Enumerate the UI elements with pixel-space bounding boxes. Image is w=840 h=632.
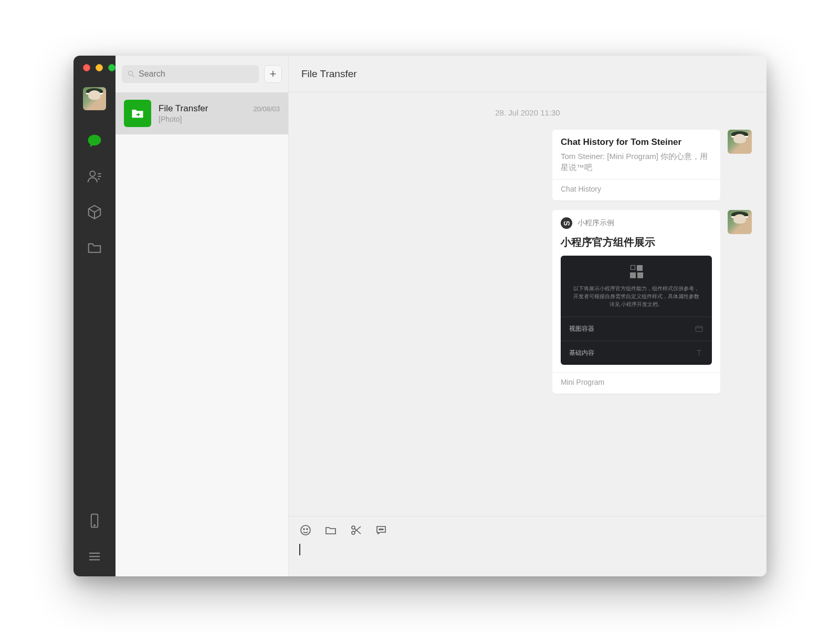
nav-contacts[interactable] [85,167,104,186]
mini-program-row-basic-content[interactable]: 基础内容 [561,341,712,365]
svg-point-10 [379,529,380,530]
chat-history-title: Chat History for Tom Steiner [561,137,712,148]
new-chat-button[interactable]: + [264,65,282,83]
text-icon [695,349,704,357]
container-icon [695,324,704,333]
speech-bubble-icon [375,524,387,536]
smile-icon [299,524,312,536]
contacts-icon [87,168,102,184]
window-controls [83,64,116,71]
nav-sidebar [74,56,116,576]
svg-point-2 [94,525,95,526]
message-mini-program: ഗ 小程序示例 小程序官方组件展示 以下将展示小程序官方组件能力，组件样式仅供参… [303,210,752,394]
mini-program-card[interactable]: ഗ 小程序示例 小程序官方组件展示 以下将展示小程序官方组件能力，组件样式仅供参… [552,210,720,394]
user-avatar[interactable] [83,87,106,110]
text-cursor [299,544,300,555]
mini-program-row-view-container[interactable]: 视图容器 [561,317,712,341]
svg-point-7 [307,529,308,530]
nav-favorites[interactable] [85,203,104,222]
mini-program-footer: Mini Program [552,372,720,394]
divider [552,179,720,180]
mini-program-logo-icon: ഗ [561,217,572,229]
screenshot-button[interactable] [350,524,362,539]
conversation-title: File Transfer [301,68,357,80]
mini-program-title: 小程序官方组件展示 [552,233,720,256]
mini-program-header: ഗ 小程序示例 [552,210,720,233]
hamburger-icon [87,549,102,564]
mini-program-description: 以下将展示小程序官方组件能力，组件样式仅供参考，开发者可根据自身需求自定义组件样… [561,285,712,317]
minimize-window-button[interactable] [96,64,103,71]
compose-area[interactable] [289,516,766,576]
svg-rect-4 [696,326,702,332]
attach-file-button[interactable] [324,524,337,539]
compose-toolbar [299,524,756,539]
search-icon [127,70,135,78]
svg-point-12 [382,529,383,530]
mp-row-label: 基础内容 [569,349,594,357]
cube-icon [87,204,102,220]
grid-icon [629,265,644,278]
conversation-header: File Transfer [289,56,766,92]
chat-bubble-icon [87,133,102,149]
chat-list-panel: + File Transfer 20/08/03 [Photo] [116,56,289,576]
chat-list-item-file-transfer[interactable]: File Transfer 20/08/03 [Photo] [116,92,288,134]
svg-point-3 [129,71,133,76]
mp-row-label: 视图容器 [569,324,594,333]
svg-point-0 [90,171,95,176]
folder-arrow-icon [130,106,145,121]
folder-icon [87,240,102,256]
chat-history-footer: Chat History [561,185,712,193]
date-separator: 28. Jul 2020 11:30 [303,108,752,117]
emoji-button[interactable] [299,524,312,539]
message-chat-history: Chat History for Tom Steiner Tom Steiner… [303,130,752,201]
chat-history-button[interactable] [375,524,387,539]
mini-program-app-name: 小程序示例 [578,218,614,228]
chat-history-card[interactable]: Chat History for Tom Steiner Tom Steiner… [552,130,720,201]
scissors-icon [350,524,362,536]
svg-point-5 [301,525,310,535]
svg-point-9 [352,531,355,534]
svg-point-6 [303,529,304,530]
chat-item-date: 20/08/03 [253,105,280,113]
search-input[interactable] [122,65,259,83]
messages-area[interactable]: 28. Jul 2020 11:30 Chat History for Tom … [289,92,766,516]
nav-files[interactable] [85,238,104,257]
chat-history-subtitle: Tom Steiner: [Mini Program] 你的心意，用星说™吧 [561,151,712,173]
app-window: + File Transfer 20/08/03 [Photo] File Tr… [74,56,766,576]
nav-menu[interactable] [85,547,104,566]
plus-icon: + [270,67,277,81]
mini-program-preview: 以下将展示小程序官方组件能力，组件样式仅供参考，开发者可根据自身需求自定义组件样… [561,256,712,365]
maximize-window-button[interactable] [108,64,116,71]
sender-avatar[interactable] [728,210,752,234]
svg-point-11 [381,529,382,530]
file-transfer-avatar [124,100,151,127]
nav-phone[interactable] [85,511,104,530]
conversation-panel: File Transfer 28. Jul 2020 11:30 Chat Hi… [289,56,766,576]
nav-chats[interactable] [85,131,104,150]
folder-icon [324,524,337,536]
svg-point-8 [352,526,355,529]
chat-item-preview: [Photo] [159,115,280,123]
sender-avatar[interactable] [728,130,752,154]
chat-item-info: File Transfer 20/08/03 [Photo] [159,103,280,123]
search-field[interactable] [139,69,254,79]
phone-device-icon [87,513,102,529]
search-bar-row: + [116,56,288,92]
close-window-button[interactable] [83,64,90,71]
chat-item-title: File Transfer [159,103,208,114]
